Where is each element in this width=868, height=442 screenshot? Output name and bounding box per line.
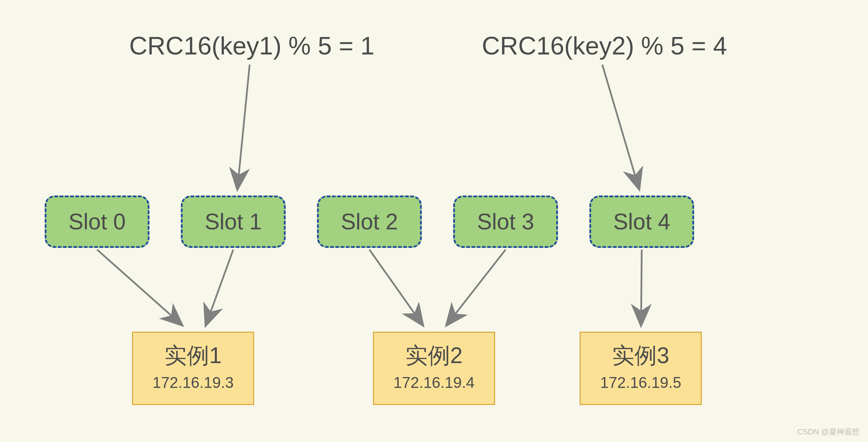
watermark: CSDN @凝神遐想 — [797, 427, 860, 437]
formula-key2: CRC16(key2) % 5 = 4 — [482, 31, 727, 60]
instance-ip: 172.16.19.5 — [581, 374, 701, 391]
slot-label: Slot 4 — [613, 209, 670, 235]
slot-label: Slot 2 — [341, 209, 398, 235]
instance-2: 实例2 172.16.19.4 — [373, 332, 495, 405]
arrow-slot3-to-inst2 — [447, 250, 506, 325]
arrow-formula1-to-slot1 — [237, 65, 250, 189]
arrow-slot2-to-inst2 — [369, 250, 422, 325]
slot-2: Slot 2 — [317, 196, 422, 248]
formula-key1: CRC16(key1) % 5 = 1 — [129, 31, 374, 60]
instance-title: 实例1 — [133, 343, 253, 368]
slot-4: Slot 4 — [589, 196, 694, 248]
instance-ip: 172.16.19.3 — [133, 374, 253, 391]
arrow-slot1-to-inst1 — [206, 250, 233, 325]
arrow-slot4-to-inst3 — [641, 250, 642, 325]
slot-1: Slot 1 — [181, 196, 286, 248]
slot-label: Slot 0 — [68, 209, 126, 235]
instance-ip: 172.16.19.4 — [374, 374, 494, 391]
diagram-stage: CRC16(key1) % 5 = 1 CRC16(key2) % 5 = 4 … — [0, 0, 868, 442]
slot-3: Slot 3 — [453, 196, 558, 248]
instance-title: 实例3 — [581, 343, 701, 368]
arrow-formula2-to-slot4 — [602, 65, 639, 189]
slot-0: Slot 0 — [45, 196, 149, 248]
instance-title: 实例2 — [374, 343, 494, 368]
instance-1: 实例1 172.16.19.3 — [132, 332, 254, 405]
slot-label: Slot 1 — [205, 209, 262, 235]
slot-label: Slot 3 — [477, 209, 534, 235]
instance-3: 实例3 172.16.19.5 — [580, 332, 702, 405]
arrow-slot0-to-inst1 — [97, 250, 182, 325]
